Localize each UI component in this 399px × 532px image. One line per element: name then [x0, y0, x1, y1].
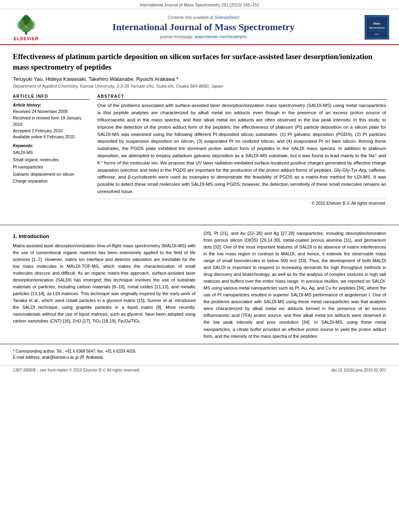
section-divider: [0, 225, 399, 225]
footnote-corresponding: * Corresponding author. Tel.: +81 6 6368…: [13, 348, 386, 354]
intro-title: 1. Introduction: [13, 233, 195, 239]
article-content: Effectiveness of platinum particle depos…: [0, 45, 399, 220]
keyword-4: Galvanic displacement on silicon: [13, 171, 89, 178]
keyword-5: Charge separation: [13, 178, 89, 185]
homepage-link[interactable]: www.elsevier.com/locate/ijms: [195, 35, 247, 39]
journal-header: ELSEVIER Contents lists available at Sci…: [0, 9, 399, 45]
elsevier-label: ELSEVIER: [14, 36, 39, 41]
keywords-label: Keywords:: [13, 144, 89, 148]
intro-left-text: Matrix-assisted laser desorption/ionizat…: [13, 242, 195, 325]
ms-logo-icon: Mass Spectrometry IJMS: [365, 16, 389, 39]
received-date: Received 24 November 2009: [13, 109, 89, 115]
article-info-label: ARTICLE INFO: [13, 94, 89, 100]
elsevier-logo: ELSEVIER: [8, 13, 44, 41]
issn-text: 1387-3806/$ – see front matter © 2010 El…: [13, 368, 140, 372]
intro-right-text: [20], Pt [21], and Au [22–26] and Ag [27…: [204, 230, 386, 340]
body-right-col: [20], Pt [21], and Au [22–26] and Ag [27…: [204, 230, 386, 340]
journal-homepage-line: journal homepage: www.elsevier.com/locat…: [44, 35, 363, 39]
journal-logo-right: Mass Spectrometry IJMS: [363, 15, 391, 40]
abstract-text: One of the problems associated with surf…: [97, 102, 386, 195]
svg-point-3: [29, 21, 35, 29]
svg-point-5: [22, 22, 25, 24]
available-date: Available online 6 February 2010: [13, 134, 89, 140]
sciencedirect-link[interactable]: ScienceDirect: [214, 15, 239, 20]
abstract-col: ABSTRACT One of the problems associated …: [97, 94, 386, 205]
keyword-2: Small organic molecules: [13, 156, 89, 164]
journal-logo-box: Mass Spectrometry IJMS: [364, 15, 389, 40]
body-two-col: 1. Introduction Matrix-assisted laser de…: [0, 230, 399, 340]
elsevier-tree-icon: [14, 13, 38, 35]
accepted-date: Accepted 2 February 2010: [13, 128, 89, 134]
intro-label: Introduction: [19, 233, 49, 239]
doi-text: doi:10.1016/j.ijms.2010.02.001: [331, 368, 386, 372]
copyright-line: © 2010 Elsevier B.V. All rights reserved…: [97, 199, 386, 205]
authors-text: Teruyuki Yao, Hideya Kawasaki, Takehiro …: [13, 76, 178, 82]
svg-text:Mass: Mass: [373, 22, 380, 25]
homepage-prefix: journal homepage:: [160, 35, 195, 39]
svg-text:IJMS: IJMS: [374, 33, 379, 35]
sciencedirect-line: Contents lists available at ScienceDirec…: [44, 15, 363, 20]
page-wrapper: International Journal of Mass Spectromet…: [0, 0, 399, 532]
footnote-area: * Corresponding author. Tel.: +81 6 6368…: [0, 344, 399, 360]
bottom-bar: 1387-3806/$ – see front matter © 2010 El…: [0, 365, 399, 375]
article-title: Effectiveness of platinum particle depos…: [13, 51, 386, 72]
intro-number: 1.: [13, 233, 17, 239]
contents-prefix: Contents lists available at: [168, 15, 214, 20]
keyword-3: Pt nanoparticles: [13, 164, 89, 171]
top-bar: International Journal of Mass Spectromet…: [0, 0, 399, 9]
svg-text:Spectrometry: Spectrometry: [369, 27, 385, 29]
article-info-abstract-row: ARTICLE INFO Article history: Received 2…: [13, 94, 386, 205]
body-left-col: 1. Introduction Matrix-assisted laser de…: [13, 230, 195, 340]
abstract-label: ABSTRACT: [97, 94, 386, 100]
journal-title: International Journal of Mass Spectromet…: [44, 21, 363, 33]
journal-citation: International Journal of Mass Spectromet…: [140, 2, 259, 7]
keyword-1: SALDI-MS: [13, 149, 89, 156]
keywords-list: SALDI-MS Small organic molecules Pt nano…: [13, 149, 89, 185]
authors: Teruyuki Yao, Hideya Kawasaki, Takehiro …: [13, 76, 386, 82]
article-info-col: ARTICLE INFO Article history: Received 2…: [13, 94, 89, 205]
svg-point-2: [17, 21, 23, 29]
footnote-email: E-mail address: arak@kansai-u.ac.jp (R. …: [13, 354, 386, 360]
article-history-label: Article history:: [13, 103, 89, 107]
svg-point-6: [28, 23, 31, 26]
svg-point-7: [25, 26, 27, 29]
affiliation: Department of Applied Chemistry, Kansai …: [13, 84, 386, 88]
received-revised-date: Received in revised form 19 January 2010: [13, 115, 89, 128]
journal-title-area: Contents lists available at ScienceDirec…: [44, 15, 363, 39]
